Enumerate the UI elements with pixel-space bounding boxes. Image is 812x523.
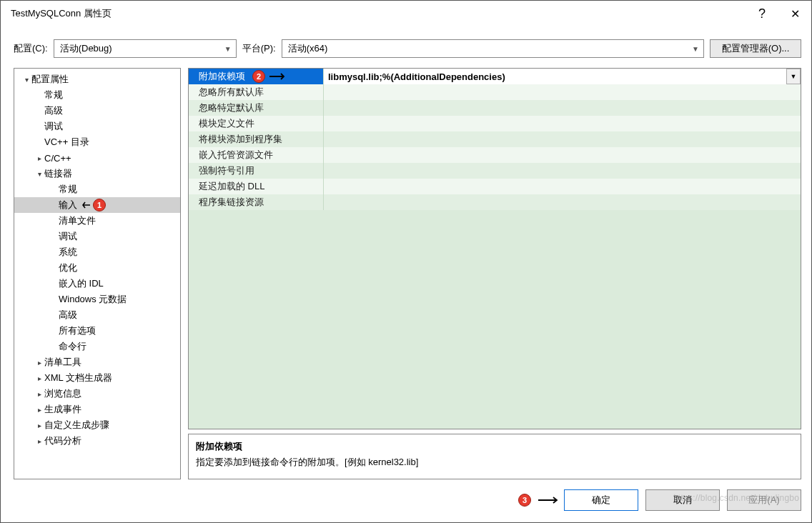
expand-icon: ▸ xyxy=(34,437,44,445)
desc-title: 附加依赖项 xyxy=(196,440,793,453)
dropdown-button[interactable]: ▼ xyxy=(786,69,801,84)
grid-row[interactable]: 程序集链接资源 xyxy=(189,194,801,210)
tree-item-linker-manifest[interactable]: 清单文件 xyxy=(14,213,180,229)
tree-item-linker-general[interactable]: 常规 xyxy=(14,181,180,197)
tree-item-general[interactable]: 常规 xyxy=(14,87,180,103)
expand-icon: ▾ xyxy=(21,76,31,84)
property-grid: 附加依赖项 2 libmysql.lib;%(AdditionalDepende… xyxy=(188,68,801,429)
expand-icon: ▸ xyxy=(34,374,44,382)
arrow-right-icon xyxy=(538,497,560,504)
config-manager-button[interactable]: 配置管理器(O)... xyxy=(710,39,801,58)
apply-button[interactable]: 应用(A) xyxy=(727,489,801,511)
chevron-down-icon: ▼ xyxy=(692,45,699,53)
callout-3: 3 xyxy=(518,494,531,507)
config-row: 配置(C): 活动(Debug) ▼ 平台(P): 活动(x64) ▼ 配置管理… xyxy=(1,26,811,68)
expand-icon: ▸ xyxy=(34,422,44,429)
property-tree[interactable]: ▾配置属性 常规 高级 调试 VC++ 目录 ▸C/C++ ▾链接器 常规 输入… xyxy=(14,68,181,479)
tree-item-linker-system[interactable]: 系统 xyxy=(14,244,180,260)
arrow-left-icon xyxy=(80,201,90,209)
callout-2: 2 xyxy=(252,70,265,83)
tree-item-debug[interactable]: 调试 xyxy=(14,119,180,134)
grid-row[interactable]: 延迟加载的 DLL xyxy=(189,179,801,194)
platform-select[interactable]: 活动(x64) ▼ xyxy=(282,39,704,58)
grid-row[interactable]: 模块定义文件 xyxy=(189,116,801,131)
grid-row[interactable]: 嵌入托管资源文件 xyxy=(189,147,801,163)
close-button[interactable]: ✕ xyxy=(778,1,811,26)
expand-icon: ▸ xyxy=(34,406,44,414)
arrow-right-icon xyxy=(269,73,287,80)
grid-row[interactable]: 忽略所有默认库 xyxy=(189,84,801,100)
platform-label: 平台(P): xyxy=(242,42,276,55)
cancel-button[interactable]: 取消 xyxy=(645,489,720,511)
grid-row-additional-deps[interactable]: 附加依赖项 2 libmysql.lib;%(AdditionalDepende… xyxy=(189,69,801,84)
grid-row[interactable]: 忽略特定默认库 xyxy=(189,100,801,116)
tree-item-buildevents[interactable]: ▸生成事件 xyxy=(14,402,180,417)
grid-value-additional-deps[interactable]: libmysql.lib;%(AdditionalDependencies) xyxy=(323,69,786,84)
grid-row[interactable]: 强制符号引用 xyxy=(189,163,801,179)
desc-body: 指定要添加到链接命令行的附加项。[例如 kernel32.lib] xyxy=(196,456,793,469)
tree-item-vcdirs[interactable]: VC++ 目录 xyxy=(14,134,180,150)
help-button[interactable]: ? xyxy=(746,1,778,26)
expand-icon: ▸ xyxy=(34,154,44,162)
main-area: ▾配置属性 常规 高级 调试 VC++ 目录 ▸C/C++ ▾链接器 常规 输入… xyxy=(1,68,811,489)
tree-item-custombuild[interactable]: ▸自定义生成步骤 xyxy=(14,417,180,433)
config-select[interactable]: 活动(Debug) ▼ xyxy=(54,39,237,58)
config-label: 配置(C): xyxy=(14,42,48,55)
tree-item-browse[interactable]: ▸浏览信息 xyxy=(14,386,180,402)
tree-item-xmldoc[interactable]: ▸XML 文档生成器 xyxy=(14,370,180,386)
expand-icon: ▸ xyxy=(34,359,44,367)
tree-item-codeanalysis[interactable]: ▸代码分析 xyxy=(14,433,180,449)
button-row: 3 确定 取消 应用(A) xyxy=(1,489,811,522)
tree-item-linker-winmd[interactable]: Windows 元数据 xyxy=(14,292,180,307)
right-panel: 附加依赖项 2 libmysql.lib;%(AdditionalDepende… xyxy=(188,68,801,479)
tree-item-cpp[interactable]: ▸C/C++ xyxy=(14,150,180,166)
grid-row[interactable]: 将模块添加到程序集 xyxy=(189,131,801,147)
description-panel: 附加依赖项 指定要添加到链接命令行的附加项。[例如 kernel32.lib] xyxy=(188,434,801,479)
tree-item-manifest-tool[interactable]: ▸清单工具 xyxy=(14,354,180,370)
config-value: 活动(Debug) xyxy=(60,42,112,55)
ok-button[interactable]: 确定 xyxy=(564,489,638,511)
tree-item-linker-optimize[interactable]: 优化 xyxy=(14,260,180,276)
callout-1: 1 xyxy=(93,199,106,211)
window-title: TestMySQLConn 属性页 xyxy=(11,7,746,20)
tree-item-linker-idl[interactable]: 嵌入的 IDL xyxy=(14,276,180,292)
tree-item-linker-all[interactable]: 所有选项 xyxy=(14,323,180,339)
expand-icon: ▸ xyxy=(34,390,44,398)
tree-root[interactable]: ▾配置属性 xyxy=(14,71,180,87)
chevron-down-icon: ▼ xyxy=(224,45,232,53)
tree-item-linker-debug[interactable]: 调试 xyxy=(14,229,180,244)
tree-item-linker-cmdline[interactable]: 命令行 xyxy=(14,339,180,354)
tree-item-advanced[interactable]: 高级 xyxy=(14,103,180,119)
tree-item-linker-input[interactable]: 输入 1 xyxy=(14,197,180,213)
titlebar: TestMySQLConn 属性页 ? ✕ xyxy=(1,1,811,26)
tree-item-linker-advanced[interactable]: 高级 xyxy=(14,307,180,323)
tree-item-linker[interactable]: ▾链接器 xyxy=(14,166,180,181)
expand-icon: ▾ xyxy=(34,170,44,178)
platform-value: 活动(x64) xyxy=(288,42,328,55)
